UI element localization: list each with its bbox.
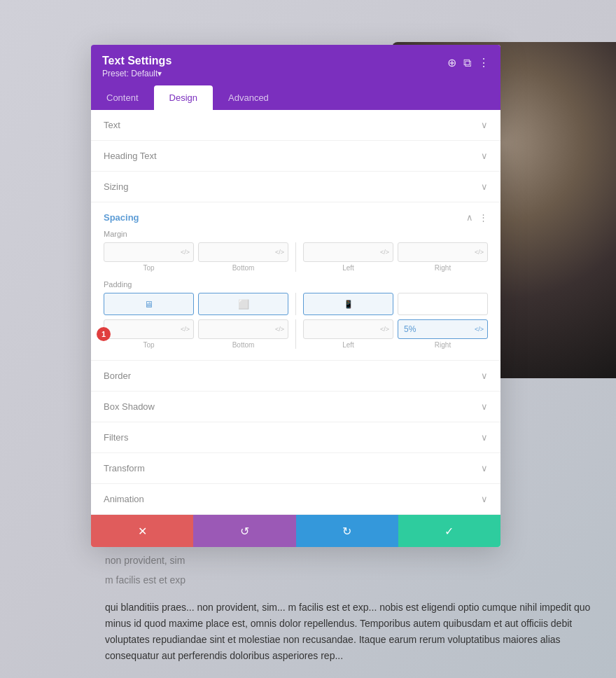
margin-bottom-label: Bottom	[232, 264, 255, 272]
panel-body: Text ∨ Heading Text ∨ Sizing ∨ Spacing ∧…	[91, 110, 500, 547]
margin-left-group: </> Left	[303, 242, 393, 272]
chevron-down-icon: ∨	[481, 181, 488, 192]
section-border-label: Border	[104, 371, 131, 381]
settings-panel: Text Settings Preset: Default▾ ⊕ ⧉ ⋮ Con…	[91, 45, 500, 547]
padding-left-icon-group: 📱	[303, 293, 393, 315]
padding-bottom-label: Bottom	[232, 341, 255, 349]
options-icon[interactable]: ⋮	[479, 212, 488, 223]
spacing-header: Spacing ∧ ⋮	[104, 202, 488, 230]
padding-top-label: Top	[143, 341, 154, 349]
chevron-down-icon: ∨	[481, 463, 488, 473]
margin-label: Margin	[104, 230, 488, 238]
padding-label: Padding	[104, 280, 488, 289]
code-icon: </>	[475, 326, 484, 333]
padding-bottom-input-group: </> Bottom	[198, 319, 288, 349]
spacing-header-icons: ∧ ⋮	[466, 212, 488, 223]
section-boxshadow-label: Box Shadow	[104, 401, 155, 412]
chevron-down-icon: ∨	[481, 432, 488, 443]
code-icon: </>	[181, 326, 190, 333]
panel-tabs: Content Design Advanced	[91, 85, 500, 110]
section-sizing-label: Sizing	[104, 181, 128, 192]
confirm-button[interactable]: ✓	[398, 515, 500, 547]
padding-top-icon-group: 🖥	[104, 293, 194, 315]
tab-design[interactable]: Design	[154, 85, 213, 110]
chevron-down-icon: ∨	[481, 371, 488, 381]
section-sizing[interactable]: Sizing ∨	[91, 172, 500, 202]
tab-advanced[interactable]: Advanced	[213, 85, 284, 110]
padding-right-input-group: </> Right	[398, 319, 488, 349]
spacing-label: Spacing	[104, 212, 139, 223]
chevron-down-icon: ∨	[481, 120, 488, 130]
section-filters-label: Filters	[104, 432, 128, 443]
panel-title: Text Settings	[102, 55, 172, 67]
more-icon[interactable]: ⋮	[478, 56, 489, 69]
code-icon: </>	[181, 249, 190, 256]
section-border[interactable]: Border ∨	[91, 361, 500, 392]
padding-top-input-group: </> Top	[104, 319, 194, 349]
panel-toolbar: ✕ ↺ ↻ ✓	[91, 515, 500, 547]
undo-button[interactable]: ↺	[193, 515, 295, 547]
collapse-icon[interactable]: ∧	[466, 212, 473, 223]
code-icon: </>	[380, 326, 389, 333]
margin-left-label: Left	[342, 264, 354, 272]
section-animation-label: Animation	[104, 494, 144, 504]
chevron-down-icon: ∨	[481, 494, 488, 504]
spacing-section: Spacing ∧ ⋮ Margin </>	[91, 202, 500, 361]
section-heading-label: Heading Text	[104, 151, 157, 161]
section-transform[interactable]: Transform ∨	[91, 453, 500, 484]
padding-desktop-icon[interactable]: 🖥	[104, 293, 194, 315]
margin-top-group: </> Top	[104, 242, 194, 272]
tab-content[interactable]: Content	[91, 85, 154, 110]
redo-button[interactable]: ↻	[296, 515, 398, 547]
divider	[295, 319, 296, 349]
margin-right-group: </> Right	[398, 242, 488, 272]
divider	[295, 293, 296, 315]
section-filters[interactable]: Filters ∨	[91, 422, 500, 453]
section-box-shadow[interactable]: Box Shadow ∨	[91, 392, 500, 422]
padding-mobile-icon[interactable]: 📱	[303, 293, 393, 315]
section-animation[interactable]: Animation ∨	[91, 484, 500, 515]
padding-right-icon-group	[398, 293, 488, 315]
panel-preset[interactable]: Preset: Default▾	[102, 69, 172, 78]
section-transform-label: Transform	[104, 463, 145, 473]
padding-subsection: Padding 🖥 ⬜	[104, 280, 488, 349]
padding-left-label: Left	[342, 341, 354, 349]
padding-bottom-icon-group: ⬜	[198, 293, 288, 315]
split-icon[interactable]: ⧉	[463, 57, 471, 69]
chevron-down-icon: ∨	[481, 151, 488, 161]
chevron-down-icon: ∨	[481, 401, 488, 412]
margin-bottom-group: </> Bottom	[198, 242, 288, 272]
padding-tablet-icon[interactable]: ⬜	[198, 293, 288, 315]
padding-placeholder-icon	[398, 293, 488, 315]
code-icon: </>	[475, 249, 484, 256]
panel-header: Text Settings Preset: Default▾ ⊕ ⧉ ⋮	[91, 45, 500, 85]
cancel-button[interactable]: ✕	[91, 515, 193, 547]
padding-right-label: Right	[435, 341, 451, 349]
error-badge: 1	[97, 327, 111, 341]
margin-top-label: Top	[143, 264, 154, 272]
section-text-label: Text	[104, 120, 120, 130]
code-icon: </>	[275, 249, 284, 256]
margin-subsection: Margin </> Top	[104, 230, 488, 272]
code-icon: </>	[275, 326, 284, 333]
target-icon[interactable]: ⊕	[447, 56, 456, 69]
panel-header-icons: ⊕ ⧉ ⋮	[447, 56, 489, 69]
code-icon: </>	[380, 249, 389, 256]
section-heading-text[interactable]: Heading Text ∨	[91, 141, 500, 172]
divider	[295, 242, 296, 272]
panel-header-info: Text Settings Preset: Default▾	[102, 55, 172, 78]
margin-right-label: Right	[435, 264, 451, 272]
section-text[interactable]: Text ∨	[91, 110, 500, 141]
padding-left-input-group: </> Left	[303, 319, 393, 349]
